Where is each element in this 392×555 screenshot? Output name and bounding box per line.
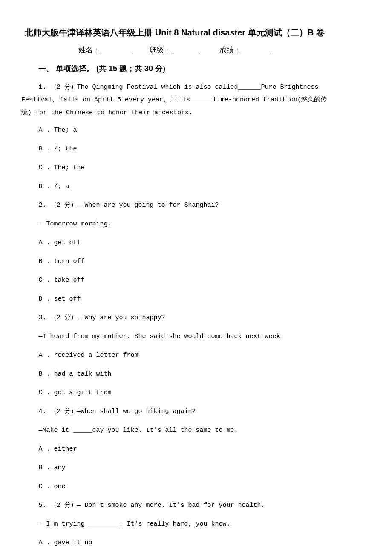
q4-option-b[interactable]: B . any [21,460,328,476]
score-label: 成绩： [219,44,241,56]
q4-line2: —Make it _____day you like. It's all the… [21,423,328,438]
q1-option-a[interactable]: A . The; a [21,123,328,138]
q4-option-c[interactable]: C . one [21,479,328,494]
score-blank[interactable] [241,45,271,52]
question-5: 5. （2 分）— Don't smoke any more. It's bad… [21,498,328,551]
page-title: 北师大版牛津译林英语八年级上册 Unit 8 Natural disaster … [21,26,328,39]
q2-option-a[interactable]: A . get off [21,235,328,251]
q1-option-c[interactable]: C . The; the [21,160,328,176]
section-1-header: 一、 单项选择。 (共 15 题；共 30 分) [38,63,328,75]
question-2: 2. （2 分）——When are you going to for Shan… [21,198,328,307]
name-label: 姓名： [78,44,100,56]
q5-line2: — I'm trying ________. It's really hard,… [21,517,328,532]
q3-option-c[interactable]: C . got a gift from [21,385,328,401]
question-4: 4. （2 分）—When shall we go hiking again? … [21,404,328,494]
q2-option-c[interactable]: C . take off [21,273,328,288]
q3-option-b[interactable]: B . had a talk with [21,367,328,382]
name-blank[interactable] [100,45,130,52]
class-label: 班级： [149,44,171,56]
q5-option-a[interactable]: A . gave it up [21,535,328,551]
q2-stem: 2. （2 分）——When are you going to for Shan… [21,198,328,213]
question-3: 3. （2 分）— Why are you so happy? —I heard… [21,310,328,401]
q3-stem: 3. （2 分）— Why are you so happy? [21,310,328,326]
q4-option-a[interactable]: A . either [21,442,328,457]
q1-option-b[interactable]: B . /; the [21,142,328,157]
q1-stem: 1. （2 分）The Qingming Festival which is a… [21,81,328,119]
student-meta-row: 姓名： 班级： 成绩： [21,44,328,56]
class-blank[interactable] [171,45,201,52]
q5-stem: 5. （2 分）— Don't smoke any more. It's bad… [21,498,328,513]
q4-stem: 4. （2 分）—When shall we go hiking again? [21,404,328,419]
q1-option-d[interactable]: D . /; a [21,179,328,194]
q2-line2: ——Tomorrow morning. [21,217,328,232]
question-1: 1. （2 分）The Qingming Festival which is a… [21,81,328,194]
q2-option-d[interactable]: D . set off [21,292,328,307]
q2-option-b[interactable]: B . turn off [21,254,328,269]
q3-line2: —I heard from my mother. She said she wo… [21,329,328,344]
q3-option-a[interactable]: A . received a letter from [21,348,328,363]
